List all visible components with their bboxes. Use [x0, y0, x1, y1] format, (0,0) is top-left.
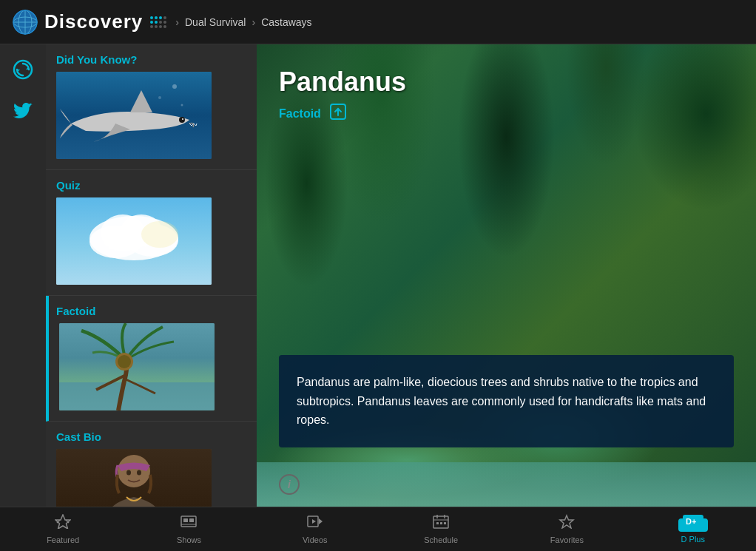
nav-schedule[interactable]: Schedule: [378, 507, 504, 551]
did-you-know-thumbnail: [56, 72, 212, 159]
breadcrumb: › Dual Survival › Castaways: [175, 16, 311, 28]
factoid-thumbnail: [59, 323, 215, 410]
pandanus-image: [59, 323, 215, 410]
svg-point-14: [182, 118, 183, 120]
quiz-thumbnail: [56, 197, 212, 285]
nav-videos[interactable]: Videos: [252, 507, 378, 551]
svg-text:D+: D+: [686, 517, 696, 526]
info-box: Pandanus are palm-like, dioecious trees …: [279, 355, 734, 447]
cast-svg: [56, 449, 212, 507]
info-text: Pandanus are palm-like, dioecious trees …: [297, 373, 716, 430]
quiz-title: Quiz: [46, 170, 257, 197]
nav-shows[interactable]: Shows: [126, 507, 252, 551]
logo-area: Discovery: [12, 9, 166, 36]
svg-point-25: [118, 355, 131, 368]
logo-dots: [150, 16, 166, 28]
svg-rect-47: [440, 522, 442, 524]
bottom-nav: Featured Shows Videos: [0, 507, 756, 551]
sidebar-icons: [0, 44, 46, 507]
svg-point-28: [126, 470, 131, 476]
info-button[interactable]: i: [279, 474, 300, 495]
factoid-title: Factoid: [49, 296, 257, 323]
dplus-badge: D+: [678, 518, 708, 532]
panel-item-did-you-know[interactable]: Did You Know?: [46, 44, 257, 170]
shark-image: [56, 72, 212, 159]
svg-point-21: [141, 221, 178, 248]
nav-dplus[interactable]: D+ D Plus: [630, 507, 756, 551]
dplus-icon: D+: [678, 515, 708, 532]
panel-item-factoid[interactable]: Factoid: [46, 296, 257, 422]
header: Discovery › Dual Survival › Castaways: [0, 0, 756, 44]
shows-icon: [180, 514, 197, 533]
svg-point-12: [181, 104, 183, 107]
cast-bio-thumbnail: [56, 449, 212, 507]
main-subtitle-row: Factoid: [279, 104, 346, 124]
water-strip: [257, 462, 756, 507]
cast-bio-title: Cast Bio: [46, 422, 257, 449]
svg-marker-40: [319, 518, 323, 524]
nav-favorites[interactable]: Favorites: [504, 507, 630, 551]
globe-icon: [12, 9, 38, 36]
did-you-know-title: Did You Know?: [46, 44, 257, 72]
dplus-label: D Plus: [681, 535, 705, 544]
refresh-icon: [13, 59, 33, 80]
share-button[interactable]: [330, 104, 346, 124]
svg-rect-23: [59, 382, 215, 410]
share-icon: [330, 104, 346, 120]
cloud-image: [56, 197, 212, 285]
svg-point-11: [158, 96, 161, 99]
main-title: Pandanus: [279, 67, 406, 98]
favorites-icon: [558, 514, 575, 533]
panel-item-cast-bio[interactable]: Cast Bio: [46, 422, 257, 507]
videos-icon: [307, 514, 323, 533]
nav-featured[interactable]: Featured: [0, 507, 126, 551]
logo-text: Discovery: [44, 10, 143, 33]
svg-rect-37: [189, 518, 194, 522]
featured-label: Featured: [47, 535, 79, 544]
cast-image: [56, 449, 212, 507]
svg-point-10: [172, 84, 177, 89]
pandanus-svg: [59, 323, 215, 410]
twitter-button[interactable]: [10, 98, 36, 124]
main-subtitle: Factoid: [279, 107, 321, 121]
svg-marker-49: [560, 515, 573, 528]
svg-rect-48: [444, 522, 446, 524]
breadcrumb-castaways[interactable]: Castaways: [261, 16, 311, 28]
shows-label: Shows: [177, 535, 201, 544]
twitter-icon: [13, 103, 33, 119]
main-background: Pandanus Factoid Pandanus are palm-like,…: [257, 44, 756, 507]
schedule-label: Schedule: [424, 535, 458, 544]
featured-icon: [55, 514, 71, 533]
svg-rect-46: [436, 522, 439, 524]
videos-label: Videos: [303, 535, 327, 544]
svg-point-13: [179, 117, 185, 123]
svg-point-29: [137, 470, 141, 476]
schedule-icon: [433, 514, 449, 533]
refresh-button[interactable]: [10, 56, 36, 83]
shark-svg: [56, 72, 212, 159]
svg-marker-41: [312, 519, 316, 524]
main-content: Pandanus Factoid Pandanus are palm-like,…: [257, 44, 756, 507]
favorites-label: Favorites: [550, 535, 584, 544]
cloud-svg: [56, 197, 212, 285]
breadcrumb-dual-survival[interactable]: Dual Survival: [185, 16, 246, 28]
content-panel: Did You Know?: [46, 44, 257, 507]
svg-rect-36: [183, 518, 188, 522]
panel-item-quiz[interactable]: Quiz: [46, 170, 257, 296]
